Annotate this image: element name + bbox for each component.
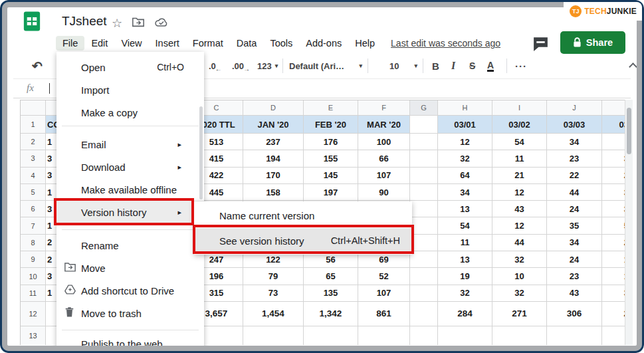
cell-F10[interactable]: 52 <box>358 268 410 285</box>
cell-H3[interactable]: 32 <box>438 150 492 167</box>
cell-I6[interactable]: 43 <box>492 201 547 217</box>
cell-J5[interactable]: 44 <box>547 184 602 201</box>
menu-view[interactable]: View <box>114 36 148 51</box>
cell-F3[interactable]: 66 <box>358 150 410 167</box>
cell-E1[interactable]: FEB '20 <box>304 116 358 134</box>
cell-H6[interactable]: 13 <box>438 201 492 217</box>
cell-G13[interactable] <box>410 326 438 345</box>
menu-item-import[interactable]: Import <box>56 78 204 101</box>
cell-clipped[interactable]: 3 <box>46 150 57 167</box>
menu-item-add-shortcut-to-drive[interactable]: Add shortcut to Drive <box>56 279 204 302</box>
cell-K7[interactable]: 5 <box>602 217 625 234</box>
cell-G6[interactable] <box>410 201 438 217</box>
cell-G9[interactable] <box>410 251 438 268</box>
strikethrough-button[interactable]: S <box>469 53 475 78</box>
cell-D11[interactable]: 73 <box>243 285 304 302</box>
menu-file[interactable]: File <box>56 36 84 51</box>
select-all-corner[interactable] <box>21 100 46 116</box>
cell-I3[interactable]: 11 <box>492 150 547 167</box>
italic-button[interactable]: I <box>451 53 455 78</box>
cell-D2[interactable]: 237 <box>243 134 304 150</box>
cell-K1[interactable]: 03 <box>602 116 625 134</box>
move-folder-icon[interactable] <box>132 16 145 31</box>
cell-K12[interactable]: 2 <box>602 302 625 326</box>
menu-format[interactable]: Format <box>186 36 230 51</box>
column-header[interactable] <box>46 100 57 116</box>
cell-J10[interactable]: 23 <box>547 268 602 285</box>
document-title[interactable]: TJsheet <box>62 14 107 29</box>
cell-G5[interactable] <box>410 184 438 201</box>
last-edit-link[interactable]: Last edit was seconds ago <box>391 38 500 49</box>
cell-J3[interactable]: 23 <box>547 150 602 167</box>
menu-item-open[interactable]: OpenCtrl+O <box>56 56 204 78</box>
increase-decimal-button[interactable]: .00→ <box>232 53 250 78</box>
cell-J6[interactable]: 24 <box>547 201 602 217</box>
cell-F11[interactable]: 107 <box>358 285 410 302</box>
cell-clipped[interactable]: 3 <box>46 168 57 184</box>
cell-K3[interactable]: 3 <box>602 150 625 167</box>
cell-G10[interactable] <box>410 268 438 285</box>
cell-F1[interactable]: MAR '20 <box>358 116 410 134</box>
cell-G4[interactable] <box>410 168 438 184</box>
share-button[interactable]: Share <box>560 31 625 54</box>
column-header-D[interactable]: D <box>243 100 304 116</box>
cell-H9[interactable]: 13 <box>438 251 492 268</box>
cell-J12[interactable]: 306 <box>547 302 602 326</box>
decrease-decimal-button[interactable]: .0← <box>209 53 222 78</box>
cell-J1[interactable]: 03/03 <box>547 116 602 134</box>
cell-G12[interactable] <box>410 302 438 326</box>
text-color-button[interactable]: A <box>487 53 494 78</box>
cell-F5[interactable]: 90 <box>358 184 410 201</box>
menu-item-rename[interactable]: Rename <box>56 234 204 257</box>
cell-K11[interactable]: 3 <box>602 285 625 302</box>
menu-edit[interactable]: Edit <box>84 36 114 51</box>
cell-E2[interactable]: 176 <box>304 134 358 150</box>
cell-clipped[interactable]: 2 <box>46 251 57 268</box>
cell-I10[interactable]: 10 <box>492 268 547 285</box>
number-format-button[interactable]: 123▾ <box>257 53 278 78</box>
cell-J9[interactable]: 24 <box>547 251 602 268</box>
bold-button[interactable]: B <box>432 53 439 78</box>
cell-I2[interactable]: 54 <box>492 134 547 150</box>
row-header-5[interactable]: 5 <box>21 184 46 201</box>
column-header-G[interactable]: G <box>410 100 438 116</box>
cell-G3[interactable] <box>410 150 438 167</box>
menu-item-make-a-copy[interactable]: Make a copy <box>56 101 204 124</box>
column-header-I[interactable]: I <box>492 100 547 116</box>
cell-F2[interactable]: 100 <box>358 134 410 150</box>
menu-item-move[interactable]: Move <box>56 257 204 279</box>
row-header-6[interactable]: 6 <box>21 201 46 217</box>
cell-K2[interactable] <box>602 134 625 150</box>
column-header[interactable] <box>602 100 625 116</box>
cell-G11[interactable] <box>410 285 438 302</box>
cell-D1[interactable]: JAN '20 <box>243 116 304 134</box>
cell-H4[interactable]: 64 <box>438 168 492 184</box>
cell-D4[interactable]: 170 <box>243 168 304 184</box>
cell-E5[interactable]: 197 <box>304 184 358 201</box>
cell-I7[interactable]: 12 <box>492 217 547 234</box>
star-icon[interactable]: ☆ <box>112 16 122 31</box>
cell-F12[interactable]: 861 <box>358 302 410 326</box>
menu-addons[interactable]: Add-ons <box>299 36 348 51</box>
menu-help[interactable]: Help <box>348 36 381 51</box>
cell-J2[interactable]: 34 <box>547 134 602 150</box>
row-header-12[interactable]: 12 <box>21 302 46 326</box>
cell-G7[interactable] <box>410 217 438 234</box>
cell-J11[interactable]: 43 <box>547 285 602 302</box>
undo-icon[interactable]: ↶ <box>32 53 43 78</box>
cell-D13[interactable] <box>243 326 304 345</box>
cell-clipped[interactable]: 3 <box>46 201 57 217</box>
column-header-E[interactable]: E <box>304 100 358 116</box>
cell-I5[interactable]: 12 <box>492 184 547 201</box>
cell-I4[interactable]: 21 <box>492 168 547 184</box>
cell-E4[interactable]: 145 <box>304 168 358 184</box>
cell-J7[interactable]: 35 <box>547 217 602 234</box>
row-header-8[interactable]: 8 <box>21 235 46 251</box>
cell-I13[interactable] <box>492 326 547 345</box>
menu-item-email[interactable]: Email▸ <box>56 133 204 156</box>
more-options-icon[interactable]: ··· <box>515 53 527 78</box>
menu-tools[interactable]: Tools <box>263 36 299 51</box>
row-header-4[interactable]: 4 <box>21 168 46 184</box>
cell-J8[interactable]: 34 <box>547 235 602 251</box>
cell-H10[interactable]: 19 <box>438 268 492 285</box>
